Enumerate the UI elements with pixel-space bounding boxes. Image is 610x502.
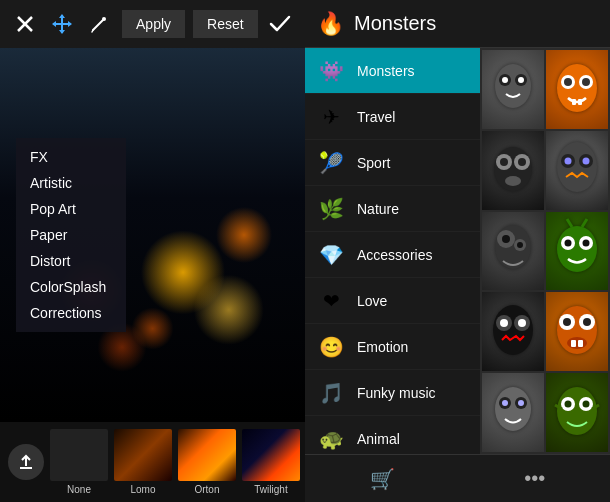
funky-label: Funky music — [357, 385, 436, 401]
dropdown-item-popart[interactable]: Pop Art — [16, 196, 126, 222]
animal-label: Animal — [357, 431, 400, 447]
upload-button[interactable] — [8, 444, 44, 480]
bottom-bar: 🛒 ••• — [305, 454, 610, 502]
dropdown-item-colorsplash[interactable]: ColorSplash — [16, 274, 126, 300]
dropdown-item-fx[interactable]: FX — [16, 144, 126, 170]
category-item-funky[interactable]: 🎵 Funky music — [305, 370, 480, 416]
svg-point-45 — [583, 240, 590, 247]
svg-point-65 — [518, 400, 524, 406]
svg-point-70 — [583, 401, 590, 408]
monster-icon-1 — [488, 56, 538, 123]
svg-marker-5 — [59, 30, 65, 34]
monsters-category-icon: 👾 — [315, 55, 347, 87]
dropdown-item-artistic[interactable]: Artistic — [16, 170, 126, 196]
svg-rect-24 — [578, 99, 582, 105]
travel-category-icon: ✈ — [315, 101, 347, 133]
category-item-love[interactable]: ❤ Love — [305, 278, 480, 324]
svg-point-57 — [583, 318, 591, 326]
monster-icon-4 — [552, 137, 602, 204]
sport-label: Sport — [357, 155, 390, 171]
sticker-10[interactable] — [546, 373, 608, 452]
accessories-label: Accessories — [357, 247, 432, 263]
svg-point-17 — [518, 77, 524, 83]
apply-button[interactable]: Apply — [122, 10, 185, 38]
more-icon[interactable]: ••• — [508, 459, 561, 498]
svg-marker-4 — [59, 14, 65, 18]
travel-label: Travel — [357, 109, 395, 125]
sticker-4[interactable] — [546, 131, 608, 210]
sticker-1[interactable] — [482, 50, 544, 129]
sticker-9[interactable] — [482, 373, 544, 452]
thumb-twilight[interactable]: Twilight — [242, 429, 300, 495]
svg-point-51 — [500, 319, 508, 327]
header-title: Monsters — [354, 12, 436, 35]
monster-icon-2 — [552, 56, 602, 123]
sticker-7[interactable] — [482, 292, 544, 371]
monster-icon-8 — [552, 298, 602, 365]
svg-point-61 — [495, 387, 531, 431]
monster-icon-9 — [488, 379, 538, 446]
svg-point-44 — [565, 240, 572, 247]
category-item-monsters[interactable]: 👾 Monsters — [305, 48, 480, 94]
thumb-none[interactable]: None — [50, 429, 108, 495]
svg-rect-23 — [572, 99, 576, 105]
svg-point-48 — [493, 305, 533, 355]
category-item-accessories[interactable]: 💎 Accessories — [305, 232, 480, 278]
monster-icon-3 — [488, 137, 538, 204]
svg-point-69 — [565, 401, 572, 408]
svg-point-22 — [582, 78, 590, 86]
right-header: 🔥 Monsters — [305, 0, 610, 48]
basket-icon[interactable]: 🛒 — [354, 459, 411, 499]
category-item-sport[interactable]: 🎾 Sport — [305, 140, 480, 186]
paint-icon[interactable] — [85, 8, 114, 40]
funky-category-icon: 🎵 — [315, 377, 347, 409]
svg-point-40 — [517, 242, 523, 248]
svg-point-9 — [102, 17, 106, 21]
emotion-category-icon: 😊 — [315, 331, 347, 363]
monsters-label: Monsters — [357, 63, 415, 79]
svg-marker-6 — [52, 21, 56, 27]
dropdown-item-distort[interactable]: Distort — [16, 248, 126, 274]
animal-category-icon: 🐢 — [315, 423, 347, 455]
svg-rect-60 — [578, 340, 583, 347]
right-panel: 🔥 Monsters 👾 Monsters ✈ Travel 🎾 Sport 🌿… — [305, 0, 610, 502]
svg-point-64 — [502, 400, 508, 406]
category-item-emotion[interactable]: 😊 Emotion — [305, 324, 480, 370]
svg-point-18 — [557, 64, 597, 112]
svg-point-41 — [557, 226, 597, 272]
image-area: FX Artistic Pop Art Paper Distort ColorS… — [0, 48, 305, 422]
right-content: 👾 Monsters ✈ Travel 🎾 Sport 🌿 Nature 💎 A… — [305, 48, 610, 454]
reset-button[interactable]: Reset — [193, 10, 258, 38]
left-panel: Apply Reset FX Artistic Pop Art Paper Di… — [0, 0, 305, 502]
move-icon[interactable] — [47, 8, 76, 40]
svg-point-16 — [502, 77, 508, 83]
svg-point-66 — [557, 387, 597, 435]
thumb-lomo[interactable]: Lomo — [114, 429, 172, 495]
svg-point-13 — [495, 64, 531, 108]
nature-category-icon: 🌿 — [315, 193, 347, 225]
svg-line-47 — [582, 219, 587, 227]
svg-point-31 — [557, 142, 597, 192]
sticker-8[interactable] — [546, 292, 608, 371]
confirm-icon[interactable] — [266, 8, 295, 40]
svg-line-46 — [567, 219, 572, 227]
sticker-5[interactable] — [482, 212, 544, 291]
category-item-travel[interactable]: ✈ Travel — [305, 94, 480, 140]
monster-icon-10 — [552, 379, 602, 446]
sticker-3[interactable] — [482, 131, 544, 210]
svg-point-35 — [583, 157, 590, 164]
dropdown-item-paper[interactable]: Paper — [16, 222, 126, 248]
svg-point-58 — [567, 337, 587, 349]
nature-label: Nature — [357, 201, 399, 217]
svg-point-39 — [502, 235, 510, 243]
sticker-2[interactable] — [546, 50, 608, 129]
dropdown-item-corrections[interactable]: Corrections — [16, 300, 126, 326]
thumb-orton[interactable]: Orton — [178, 429, 236, 495]
svg-rect-59 — [571, 340, 576, 347]
category-item-nature[interactable]: 🌿 Nature — [305, 186, 480, 232]
close-icon[interactable] — [10, 8, 39, 40]
category-item-animal[interactable]: 🐢 Animal — [305, 416, 480, 454]
top-toolbar: Apply Reset — [0, 0, 305, 48]
sticker-6[interactable] — [546, 212, 608, 291]
filmstrip: None Lomo Orton Twilight — [0, 422, 305, 502]
